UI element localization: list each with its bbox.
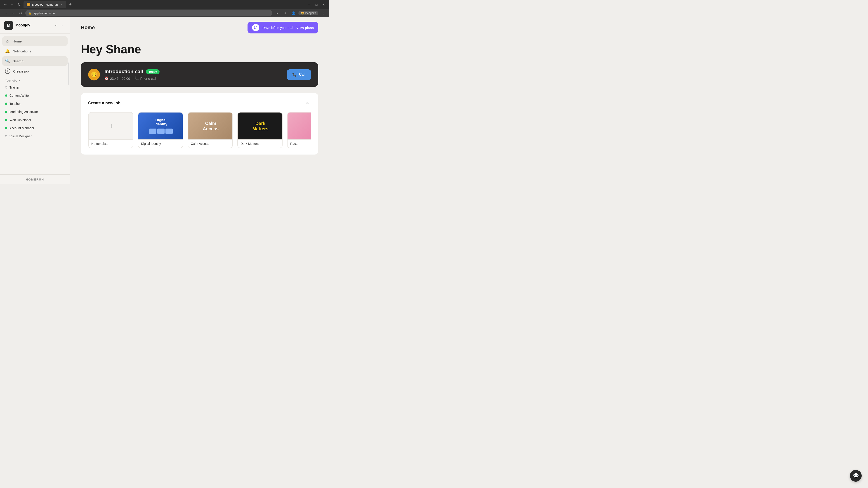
template-label-race: Rac...: [287, 140, 311, 148]
template-card-dark[interactable]: DarkMatters Dark Matters: [237, 112, 283, 148]
job-name: Account Manager: [9, 126, 34, 130]
job-name: Marketing Associate: [9, 110, 38, 113]
address-input-wrap[interactable]: 🔒: [25, 10, 272, 16]
phone-icon: 📞: [134, 76, 139, 80]
active-tab[interactable]: M Moodjoy · Homerun ✕: [24, 1, 66, 8]
new-tab-button[interactable]: +: [67, 1, 73, 8]
sidebar-item-create-job[interactable]: + Create job: [2, 66, 68, 76]
job-name: Web Developer: [9, 118, 31, 122]
template-thumb-race: [287, 112, 311, 140]
bell-icon: 🔔: [5, 48, 10, 54]
template-thumb-blank: +: [89, 112, 133, 140]
clock-icon: ⏰: [104, 76, 109, 80]
close-window-button[interactable]: ✕: [321, 2, 327, 7]
download-button[interactable]: ⇓: [282, 10, 288, 16]
call-button-label: Call: [299, 72, 306, 76]
sidebar-item-home[interactable]: ⌂ Home: [2, 36, 68, 46]
address-controls: ← → ↻: [3, 10, 24, 16]
home-icon: ⌂: [5, 39, 10, 43]
call-button[interactable]: 📞 Call: [287, 69, 311, 80]
incognito-label: Incognito: [305, 11, 316, 15]
section-arrow-icon: ▼: [19, 79, 21, 82]
main-area: Home 14 Days left in your trial View pla…: [70, 17, 329, 184]
address-actions: ★ ⇓ 👤 😿 Incognito ⋮: [274, 10, 327, 16]
sidebar: M Moodjoy ▼ « ⌂ Home 🔔 Notifications 🔍 S…: [0, 17, 70, 184]
menu-button[interactable]: ⋮: [320, 10, 327, 16]
template-thumb-calm: CalmAccess: [188, 112, 233, 140]
job-status-dot: [5, 135, 7, 137]
address-bar: ← → ↻ 🔒 ★ ⇓ 👤 😿 Incognito ⋮: [0, 9, 329, 17]
digital-photo-3: [165, 129, 173, 134]
app-dropdown-icon[interactable]: ▼: [55, 24, 57, 27]
tab-bar: M Moodjoy · Homerun ✕ +: [24, 1, 305, 8]
job-status-dot: [5, 94, 7, 97]
reload-button[interactable]: ↻: [16, 2, 22, 7]
window-controls: – □ ✕: [307, 2, 327, 7]
close-create-section-button[interactable]: ✕: [304, 99, 311, 107]
digital-identity-preview: DigitalIdentity: [139, 113, 183, 139]
call-phone-icon: 📞: [292, 72, 297, 77]
forward-button[interactable]: →: [9, 2, 15, 7]
template-label-calm: Calm Access: [188, 140, 232, 148]
incognito-badge: 😿 Incognito: [298, 11, 318, 15]
browser-nav-controls: ← → ↻: [3, 2, 22, 7]
jobs-section-label: Your jobs ▼: [2, 76, 68, 84]
sidebar-scrollbar[interactable]: [68, 62, 69, 85]
template-card-blank[interactable]: + No template: [88, 112, 133, 148]
trial-badge: 14 Days left in your trial View plans: [248, 22, 318, 33]
address-input[interactable]: [34, 11, 269, 15]
job-item-content-writer[interactable]: Content Writer: [2, 92, 68, 99]
job-name: Content Writer: [9, 94, 30, 97]
job-name: Teacher: [9, 102, 21, 105]
digital-photo-1: [149, 129, 156, 134]
job-name: Trainer: [9, 86, 20, 89]
calm-access-preview: CalmAccess: [188, 113, 233, 139]
view-plans-link[interactable]: View plans: [296, 26, 314, 30]
bookmark-button[interactable]: ★: [274, 10, 280, 16]
job-status-dot: [5, 86, 7, 89]
sidebar-item-search[interactable]: 🔍 Search: [2, 56, 68, 66]
minimize-button[interactable]: –: [307, 2, 312, 7]
search-label: Search: [13, 59, 24, 63]
create-section-title: Create a new job: [88, 101, 121, 105]
profile-button[interactable]: 👤: [290, 10, 297, 16]
template-card-digital[interactable]: DigitalIdentity Digital Identity: [138, 112, 183, 148]
intro-avatar: 😊: [88, 69, 100, 80]
addr-reload-button[interactable]: ↻: [17, 10, 24, 16]
back-button[interactable]: ←: [3, 2, 8, 7]
sidebar-item-notifications[interactable]: 🔔 Notifications: [2, 46, 68, 56]
sidebar-collapse-button[interactable]: «: [59, 22, 66, 29]
intro-meta: ⏰ 23:45 - 00:00 📞 Phone call: [104, 76, 282, 80]
job-item-trainer[interactable]: Trainer: [2, 84, 68, 91]
tab-close-button[interactable]: ✕: [59, 3, 63, 6]
main-content: Hey Shane 😊 Introduction call Today ⏰ 23…: [70, 38, 329, 159]
intro-call-type: 📞 Phone call: [134, 76, 156, 80]
template-label-dark: Dark Matters: [238, 140, 282, 148]
addr-forward-button[interactable]: →: [10, 10, 16, 16]
notifications-label: Notifications: [13, 49, 31, 53]
job-item-marketing-associate[interactable]: Marketing Associate: [2, 108, 68, 116]
digital-photos: [149, 129, 173, 134]
race-preview: [288, 113, 311, 139]
job-item-account-manager[interactable]: Account Manager: [2, 124, 68, 132]
intro-title-row: Introduction call Today: [104, 69, 282, 74]
tab-title: Moodjoy · Homerun: [32, 3, 58, 6]
template-card-calm[interactable]: CalmAccess Calm Access: [188, 112, 233, 148]
job-item-teacher[interactable]: Teacher: [2, 100, 68, 107]
sidebar-header: M Moodjoy ▼ «: [0, 17, 70, 34]
addr-back-button[interactable]: ←: [3, 10, 9, 16]
job-name: Visual Designer: [9, 134, 32, 138]
job-item-web-developer[interactable]: Web Developer: [2, 116, 68, 124]
template-card-race[interactable]: Rac...: [287, 112, 311, 148]
template-thumb-dark: DarkMatters: [238, 112, 283, 140]
homerun-logo: HOMERUN: [4, 178, 66, 181]
create-job-icon: +: [5, 68, 10, 74]
job-status-dot: [5, 119, 7, 121]
today-badge: Today: [146, 69, 160, 74]
incognito-icon: 😿: [301, 11, 304, 15]
job-item-visual-designer[interactable]: Visual Designer: [2, 132, 68, 140]
intro-title: Introduction call: [104, 69, 143, 74]
calm-access-preview-text: CalmAccess: [203, 121, 219, 131]
plus-icon: +: [109, 122, 114, 130]
maximize-button[interactable]: □: [314, 2, 319, 7]
